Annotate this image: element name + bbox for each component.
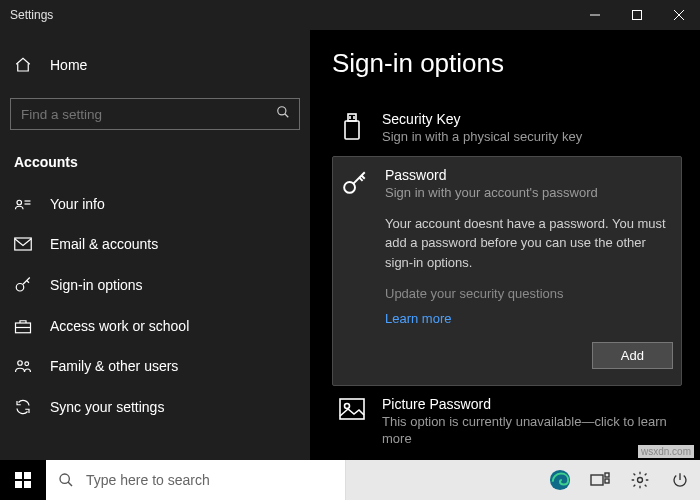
sync-icon bbox=[14, 398, 32, 416]
search-input[interactable] bbox=[10, 98, 300, 130]
home-nav[interactable]: Home bbox=[0, 48, 310, 82]
svg-point-21 bbox=[345, 404, 350, 409]
home-icon bbox=[14, 56, 34, 74]
nav-signin-options[interactable]: Sign-in options bbox=[0, 264, 310, 306]
svg-rect-1 bbox=[633, 11, 642, 20]
section-header: Accounts bbox=[0, 146, 310, 184]
svg-rect-24 bbox=[15, 481, 22, 488]
option-title: Picture Password bbox=[382, 396, 676, 412]
nav-your-info[interactable]: Your info bbox=[0, 184, 310, 224]
window-controls bbox=[574, 0, 700, 30]
nav-family-users[interactable]: Family & other users bbox=[0, 346, 310, 386]
sidebar: Home Accounts Your info Email bbox=[0, 30, 310, 460]
nav-list: Your info Email & accounts Sign-in optio… bbox=[0, 184, 310, 428]
option-title: Security Key bbox=[382, 111, 676, 127]
content-area: Sign-in options Security Key Sign in wit… bbox=[310, 30, 700, 460]
home-label: Home bbox=[50, 57, 87, 73]
maximize-button[interactable] bbox=[616, 0, 658, 30]
nav-label: Access work or school bbox=[50, 318, 189, 334]
taskbar-search[interactable]: Type here to search bbox=[46, 460, 346, 500]
nav-label: Family & other users bbox=[50, 358, 178, 374]
option-subtitle: Sign in with your account's password bbox=[385, 185, 673, 202]
svg-rect-29 bbox=[591, 475, 603, 485]
person-card-icon bbox=[14, 196, 32, 212]
option-picture-password[interactable]: Picture Password This option is currentl… bbox=[332, 386, 682, 458]
nav-access-work-school[interactable]: Access work or school bbox=[0, 306, 310, 346]
watermark: wsxdn.com bbox=[638, 445, 694, 458]
option-security-key[interactable]: Security Key Sign in with a physical sec… bbox=[332, 101, 682, 156]
nav-label: Your info bbox=[50, 196, 105, 212]
svg-point-6 bbox=[17, 200, 22, 205]
picture-icon bbox=[338, 396, 366, 448]
taskview-icon[interactable] bbox=[580, 460, 620, 500]
window-title: Settings bbox=[10, 8, 53, 22]
page-heading: Sign-in options bbox=[332, 48, 682, 79]
taskbar: Type here to search bbox=[0, 460, 700, 500]
key-icon bbox=[14, 276, 32, 294]
window-body: Home Accounts Your info Email bbox=[0, 30, 700, 460]
svg-rect-30 bbox=[605, 473, 609, 477]
close-button[interactable] bbox=[658, 0, 700, 30]
svg-point-10 bbox=[16, 284, 24, 292]
tray bbox=[540, 460, 700, 500]
svg-point-13 bbox=[18, 361, 23, 366]
minimize-button[interactable] bbox=[574, 0, 616, 30]
option-title: Password bbox=[385, 167, 673, 183]
svg-point-32 bbox=[638, 478, 643, 483]
key-icon bbox=[341, 167, 369, 375]
svg-rect-20 bbox=[340, 399, 364, 419]
search-wrap bbox=[10, 98, 300, 130]
svg-rect-22 bbox=[15, 472, 22, 479]
settings-window: Settings Home Accoun bbox=[0, 0, 700, 460]
nav-label: Sign-in options bbox=[50, 277, 143, 293]
taskbar-search-placeholder: Type here to search bbox=[86, 472, 210, 488]
edge-icon[interactable] bbox=[540, 460, 580, 500]
svg-rect-16 bbox=[345, 121, 359, 139]
option-subtitle: This option is currently unavailable—cli… bbox=[382, 414, 676, 448]
password-detail: Your account doesnt have a password. You… bbox=[385, 214, 673, 273]
briefcase-icon bbox=[14, 318, 32, 334]
nav-label: Sync your settings bbox=[50, 399, 164, 415]
nav-email-accounts[interactable]: Email & accounts bbox=[0, 224, 310, 264]
option-subtitle: Sign in with a physical security key bbox=[382, 129, 676, 146]
power-icon[interactable] bbox=[660, 460, 700, 500]
svg-point-14 bbox=[25, 362, 29, 366]
nav-sync-settings[interactable]: Sync your settings bbox=[0, 386, 310, 428]
titlebar: Settings bbox=[0, 0, 700, 30]
mail-icon bbox=[14, 237, 32, 251]
settings-gear-icon[interactable] bbox=[620, 460, 660, 500]
learn-more-link[interactable]: Learn more bbox=[385, 311, 673, 326]
usb-key-icon bbox=[338, 111, 366, 146]
svg-rect-23 bbox=[24, 472, 31, 479]
add-button[interactable]: Add bbox=[592, 342, 673, 369]
people-icon bbox=[14, 358, 32, 374]
search-icon bbox=[58, 472, 74, 488]
svg-rect-9 bbox=[15, 238, 32, 250]
svg-line-27 bbox=[68, 482, 72, 486]
svg-point-26 bbox=[60, 474, 69, 483]
start-button[interactable] bbox=[0, 460, 46, 500]
nav-label: Email & accounts bbox=[50, 236, 158, 252]
svg-rect-25 bbox=[24, 481, 31, 488]
update-questions-link[interactable]: Update your security questions bbox=[385, 286, 673, 301]
option-password[interactable]: Password Sign in with your account's pas… bbox=[332, 156, 682, 386]
svg-rect-31 bbox=[605, 479, 609, 483]
